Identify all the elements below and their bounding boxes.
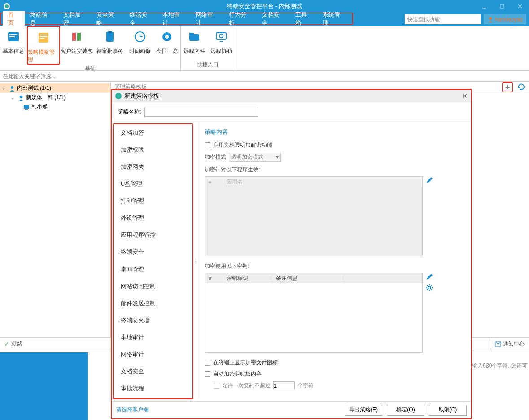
menu-system[interactable]: 系统管理 — [317, 11, 350, 27]
ribbon-timeline[interactable]: 时间画像 — [127, 26, 153, 65]
nav-web-control[interactable]: 网站访问控制 — [114, 278, 192, 295]
cb-auto-clip-row[interactable]: 自动加密剪贴板内容 — [205, 370, 467, 378]
dialog-close-button[interactable]: ✕ — [462, 92, 468, 100]
nav-firewall[interactable]: 终端防火墙 — [114, 312, 192, 329]
nav-usb[interactable]: U盘管理 — [114, 175, 192, 192]
nav-print[interactable]: 打印管理 — [114, 192, 192, 210]
svg-rect-9 — [40, 35, 47, 35]
dialog-body: 文档加密 加密权限 加密网关 U盘管理 打印管理 外设管理 应用程序管控 终端安… — [112, 122, 471, 401]
nav-peripheral[interactable]: 外设管理 — [114, 210, 192, 227]
nav-mail-control[interactable]: 邮件发送控制 — [114, 295, 192, 312]
select-client-link[interactable]: 请选择客户端 — [116, 406, 149, 414]
clipboard-icon — [102, 29, 118, 45]
key-settings-button[interactable] — [426, 284, 433, 291]
menu-toolbox[interactable]: 工具箱 — [290, 11, 317, 27]
menu-terminal-info[interactable]: 终端信息 — [25, 11, 58, 27]
tree-root[interactable]: ⌄ 内部测试 (1/1) — [0, 83, 110, 93]
dialog-title: 新建策略模板 — [124, 92, 159, 100]
enc-mode-row: 加密模式 透明加密模式 ▾ — [205, 153, 467, 162]
nav-doc-encrypt[interactable]: 文档加密 — [114, 124, 192, 141]
ribbon-remote-file[interactable]: 远程文件 — [181, 26, 208, 55]
menu-doc-encrypt[interactable]: 文档加密 — [58, 11, 91, 27]
key-grid-body — [205, 283, 422, 352]
menu-home[interactable]: 首页 — [3, 11, 25, 27]
bottom-blue-sidebar — [0, 352, 88, 420]
grid-col-hash: # — [205, 275, 223, 281]
menu-terminal-security[interactable]: 终端安全 — [124, 11, 157, 27]
copy-limit-input[interactable] — [273, 381, 295, 389]
filter-input[interactable] — [3, 73, 526, 79]
new-policy-dialog: 新建策略模板 ✕ 策略名称: 文档加密 加密权限 加密网关 U盘管理 打印管理 … — [111, 89, 472, 419]
nav-approval[interactable]: 审批流程 — [114, 380, 192, 397]
ribbon-pending[interactable]: 待审批事务 — [93, 26, 127, 65]
add-button[interactable]: + — [502, 82, 513, 92]
current-user[interactable]: hanxiaoyao — [484, 14, 526, 24]
grid-col-keyid: 密钥标识 — [223, 275, 272, 282]
notify-center[interactable]: 通知中心 — [490, 338, 525, 350]
ribbon-remote-assist[interactable]: 远程协助 — [208, 26, 235, 55]
window-controls — [475, 0, 529, 13]
nav-network-audit[interactable]: 网络审计 — [114, 346, 192, 363]
check-icon: ✓ — [4, 341, 9, 347]
ribbon-installer[interactable]: 客户端安装包 — [60, 26, 93, 65]
policy-name-label: 策略名称: — [118, 108, 141, 116]
menu-doc-security[interactable]: 文档安全 — [257, 11, 290, 27]
menu-behavior[interactable]: 行为分析 — [223, 11, 257, 27]
policy-name-input[interactable] — [144, 107, 258, 117]
proc-label: 加密针对以下程序生效: — [205, 166, 467, 174]
ribbon-basic-info[interactable]: 基本信息 — [0, 26, 27, 65]
dialog-titlebar: 新建策略模板 ✕ — [112, 90, 471, 102]
key-grid: # 密钥标识 备注信息 — [205, 273, 423, 353]
cb-enable-row[interactable]: 启用文档透明加解密功能 — [205, 141, 467, 149]
org-icon — [9, 85, 15, 92]
ribbon-group-quick: 远程文件 远程协助 快捷入口 — [181, 26, 235, 70]
search-input[interactable] — [405, 14, 481, 24]
checkbox-icon — [205, 360, 210, 366]
menu-local-audit[interactable]: 本地审计 — [157, 11, 190, 27]
refresh-button[interactable] — [517, 83, 525, 91]
computer-icon — [23, 104, 30, 110]
maximize-button[interactable] — [493, 0, 511, 13]
tree-child[interactable]: ⌄ 新媒体一部 (1/1) — [0, 93, 110, 102]
tree-leaf[interactable]: 韩小瑶 — [0, 102, 110, 112]
close-button[interactable] — [511, 0, 529, 13]
nav-terminal-security[interactable]: 终端安全 — [114, 244, 192, 261]
minimize-button[interactable] — [475, 0, 493, 13]
nav-extra[interactable]: 附属功能 — [114, 397, 192, 399]
monitor-search-icon — [213, 29, 229, 45]
export-button[interactable]: 导出策略(E) — [345, 405, 382, 416]
ok-button[interactable]: 确定(O) — [387, 405, 424, 416]
info-icon — [5, 29, 22, 45]
edit-key-button[interactable] — [426, 273, 433, 280]
svg-rect-29 — [25, 109, 28, 110]
menu-network-audit[interactable]: 网络审计 — [190, 11, 223, 27]
svg-rect-15 — [108, 31, 112, 33]
splitter[interactable]: ⋮ — [193, 122, 198, 401]
checkbox-icon — [205, 371, 210, 377]
cb-show-icon-row[interactable]: 在终端上显示加密文件图标 — [205, 359, 467, 367]
nav-encrypt-gateway[interactable]: 加密网关 — [114, 158, 192, 175]
enc-mode-select[interactable]: 透明加密模式 ▾ — [229, 153, 281, 162]
key-label: 加密使用以下密钥: — [205, 262, 467, 270]
svg-point-20 — [165, 35, 169, 39]
nav-local-audit[interactable]: 本地审计 — [114, 329, 192, 346]
nav-desktop[interactable]: 桌面管理 — [114, 261, 192, 278]
camera-icon — [159, 29, 175, 45]
menu-security-policy[interactable]: 安全策略 — [91, 11, 124, 27]
window-title: 终端安全管控平台 - 内部测试 — [227, 2, 302, 10]
ribbon: 基本信息 策略模板管理 客户端安装包 待审批事务 时间画像 今日一览 — [0, 26, 529, 71]
nav-encrypt-perm[interactable]: 加密权限 — [114, 141, 192, 158]
ribbon-policy-template[interactable]: 策略模板管理 — [27, 26, 60, 65]
folder-icon — [186, 29, 202, 45]
pencil-icon — [426, 177, 433, 184]
cancel-button[interactable]: 取消(C) — [429, 405, 467, 416]
grid-col-hash: # — [205, 179, 223, 185]
svg-point-27 — [20, 96, 22, 98]
cb-limit-row: 允许一次复制不超过 个字符 — [214, 381, 467, 389]
nav-doc-security[interactable]: 文档安全 — [114, 363, 192, 380]
grid-col-remark: 备注信息 — [272, 275, 344, 282]
svg-point-31 — [428, 286, 431, 289]
edit-process-button[interactable] — [426, 177, 433, 184]
nav-app-control[interactable]: 应用程序管控 — [114, 227, 192, 244]
ribbon-today[interactable]: 今日一览 — [153, 26, 180, 65]
